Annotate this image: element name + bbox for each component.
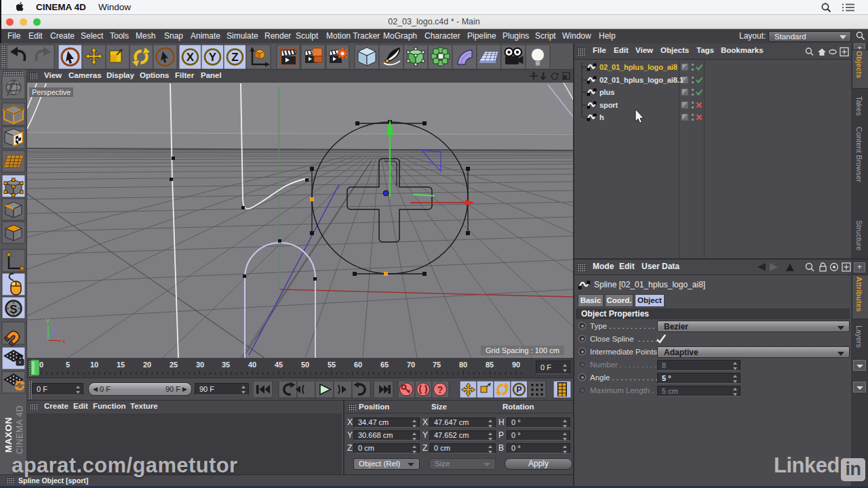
svg-text:85: 85 bbox=[486, 361, 494, 369]
svg-text:sport: sport bbox=[599, 101, 618, 109]
svg-text:Y: Y bbox=[45, 318, 50, 325]
svg-text:10: 10 bbox=[90, 361, 98, 369]
svg-text:Z: Z bbox=[231, 51, 238, 64]
svg-text:X: X bbox=[186, 51, 195, 64]
svg-text:75: 75 bbox=[433, 361, 441, 369]
svg-text:15: 15 bbox=[117, 361, 125, 369]
svg-text:70: 70 bbox=[407, 361, 415, 369]
svg-text:plus: plus bbox=[599, 88, 614, 96]
svg-text:25: 25 bbox=[170, 361, 178, 369]
svg-text:S: S bbox=[9, 303, 17, 316]
svg-text:40: 40 bbox=[248, 361, 256, 369]
svg-text:x: x bbox=[62, 338, 66, 344]
svg-text:Y: Y bbox=[209, 51, 217, 64]
svg-text:5: 5 bbox=[66, 361, 70, 369]
svg-text:50: 50 bbox=[301, 361, 309, 369]
svg-text:90: 90 bbox=[512, 361, 520, 369]
svg-text:65: 65 bbox=[380, 361, 389, 369]
svg-text:30: 30 bbox=[196, 361, 204, 369]
svg-text:60: 60 bbox=[354, 361, 362, 369]
svg-text:55: 55 bbox=[328, 361, 336, 369]
svg-text:45: 45 bbox=[275, 361, 283, 369]
svg-text:0: 0 bbox=[39, 361, 43, 369]
svg-text:?: ? bbox=[437, 384, 443, 395]
svg-text:20: 20 bbox=[143, 361, 151, 369]
svg-text:P: P bbox=[516, 385, 521, 394]
svg-text:02_01_hplus_logo_ai8.1: 02_01_hplus_logo_ai8.1 bbox=[599, 76, 684, 84]
svg-text:35: 35 bbox=[222, 361, 230, 369]
svg-text:80: 80 bbox=[459, 361, 467, 369]
svg-text:Z: Z bbox=[52, 327, 56, 334]
svg-text:h: h bbox=[599, 113, 604, 121]
svg-text:02_01_hplus_logo_ai8: 02_01_hplus_logo_ai8 bbox=[599, 63, 677, 71]
